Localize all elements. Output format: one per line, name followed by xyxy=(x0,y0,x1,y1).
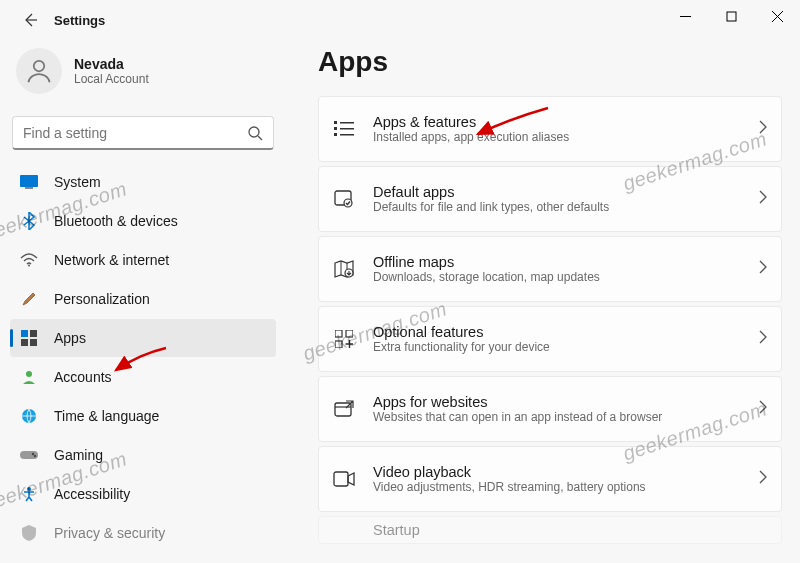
svg-rect-0 xyxy=(727,12,736,21)
svg-rect-16 xyxy=(334,121,337,124)
minimize-button[interactable] xyxy=(662,0,708,32)
grid-plus-icon xyxy=(333,328,355,350)
card-desc: Video adjustments, HDR streaming, batter… xyxy=(373,480,759,494)
gamepad-icon xyxy=(20,446,38,464)
page-title: Apps xyxy=(318,46,782,78)
window-open-icon xyxy=(333,398,355,420)
chevron-right-icon xyxy=(759,260,767,278)
chevron-right-icon xyxy=(759,400,767,418)
chevron-right-icon xyxy=(759,330,767,348)
sidebar: Nevada Local Account System Bluetooth & … xyxy=(0,40,286,563)
svg-point-14 xyxy=(34,455,36,457)
svg-point-10 xyxy=(26,371,32,377)
sidebar-item-label: Apps xyxy=(54,330,86,346)
svg-point-5 xyxy=(28,265,30,267)
nav-list: System Bluetooth & devices Network & int… xyxy=(8,162,278,542)
svg-point-15 xyxy=(27,487,31,491)
account-icon xyxy=(20,368,38,386)
card-apps-websites[interactable]: Apps for websitesWebsites that can open … xyxy=(318,376,782,442)
search-icon xyxy=(247,125,263,141)
sidebar-item-label: Privacy & security xyxy=(54,525,165,541)
sidebar-item-privacy[interactable]: Privacy & security xyxy=(10,514,276,542)
card-apps-features[interactable]: Apps & featuresInstalled apps, app execu… xyxy=(318,96,782,162)
svg-rect-7 xyxy=(30,330,37,337)
card-title: Apps for websites xyxy=(373,394,759,410)
wifi-icon xyxy=(20,251,38,269)
card-desc: Downloads, storage location, map updates xyxy=(373,270,759,284)
card-title: Video playback xyxy=(373,464,759,480)
window-controls xyxy=(662,0,800,32)
svg-rect-4 xyxy=(25,187,33,189)
card-default-apps[interactable]: Default appsDefaults for file and link t… xyxy=(318,166,782,232)
card-desc: Websites that can open in an app instead… xyxy=(373,410,759,424)
card-offline-maps[interactable]: Offline mapsDownloads, storage location,… xyxy=(318,236,782,302)
clock-globe-icon xyxy=(20,407,38,425)
card-optional-features[interactable]: Optional featuresExtra functionality for… xyxy=(318,306,782,372)
svg-rect-17 xyxy=(340,122,354,124)
card-title: Offline maps xyxy=(373,254,759,270)
search-box[interactable] xyxy=(12,116,274,150)
person-icon xyxy=(24,56,54,86)
sidebar-item-label: System xyxy=(54,174,101,190)
system-icon xyxy=(20,173,38,191)
sidebar-item-label: Accessibility xyxy=(54,486,130,502)
card-video-playback[interactable]: Video playbackVideo adjustments, HDR str… xyxy=(318,446,782,512)
list-icon xyxy=(333,118,355,140)
card-title: Startup xyxy=(373,522,767,538)
chevron-right-icon xyxy=(759,190,767,208)
brush-icon xyxy=(20,290,38,308)
search-input[interactable] xyxy=(23,125,247,141)
close-button[interactable] xyxy=(754,0,800,32)
svg-rect-8 xyxy=(21,339,28,346)
svg-point-2 xyxy=(249,127,259,137)
sidebar-item-time[interactable]: Time & language xyxy=(10,397,276,435)
content-area: Apps Apps & featuresInstalled apps, app … xyxy=(286,40,800,563)
sidebar-item-network[interactable]: Network & internet xyxy=(10,241,276,279)
sidebar-item-label: Gaming xyxy=(54,447,103,463)
svg-rect-26 xyxy=(346,330,353,337)
chevron-right-icon xyxy=(759,470,767,488)
apps-icon xyxy=(20,329,38,347)
sidebar-item-personalization[interactable]: Personalization xyxy=(10,280,276,318)
card-startup[interactable]: Startup xyxy=(318,516,782,544)
arrow-left-icon xyxy=(22,12,38,28)
svg-rect-19 xyxy=(340,128,354,130)
settings-cards: Apps & featuresInstalled apps, app execu… xyxy=(318,96,782,544)
sidebar-item-label: Time & language xyxy=(54,408,159,424)
profile-desc: Local Account xyxy=(74,72,149,86)
card-desc: Defaults for file and link types, other … xyxy=(373,200,759,214)
chevron-right-icon xyxy=(759,120,767,138)
svg-rect-9 xyxy=(30,339,37,346)
maximize-button[interactable] xyxy=(708,0,754,32)
sidebar-item-apps[interactable]: Apps xyxy=(10,319,276,357)
sidebar-item-accounts[interactable]: Accounts xyxy=(10,358,276,396)
sidebar-item-label: Network & internet xyxy=(54,252,169,268)
maximize-icon xyxy=(726,11,737,22)
bluetooth-icon xyxy=(20,212,38,230)
svg-rect-3 xyxy=(20,175,38,187)
back-button[interactable] xyxy=(18,8,42,32)
map-icon xyxy=(333,258,355,280)
sidebar-item-accessibility[interactable]: Accessibility xyxy=(10,475,276,513)
svg-rect-18 xyxy=(334,127,337,130)
avatar xyxy=(16,48,62,94)
sidebar-item-gaming[interactable]: Gaming xyxy=(10,436,276,474)
sidebar-item-label: Accounts xyxy=(54,369,112,385)
svg-point-1 xyxy=(34,61,45,72)
sidebar-item-system[interactable]: System xyxy=(10,163,276,201)
sidebar-item-bluetooth[interactable]: Bluetooth & devices xyxy=(10,202,276,240)
sidebar-item-label: Personalization xyxy=(54,291,150,307)
card-title: Optional features xyxy=(373,324,759,340)
startup-icon xyxy=(333,519,355,541)
settings-window: Settings Nevada Local Account xyxy=(0,0,800,563)
shield-icon xyxy=(20,524,38,542)
svg-point-13 xyxy=(32,453,34,455)
svg-rect-6 xyxy=(21,330,28,337)
default-apps-icon xyxy=(333,188,355,210)
profile-block[interactable]: Nevada Local Account xyxy=(8,44,278,108)
card-title: Apps & features xyxy=(373,114,759,130)
video-icon xyxy=(333,468,355,490)
svg-rect-29 xyxy=(334,472,348,486)
svg-rect-27 xyxy=(335,341,342,348)
card-title: Default apps xyxy=(373,184,759,200)
